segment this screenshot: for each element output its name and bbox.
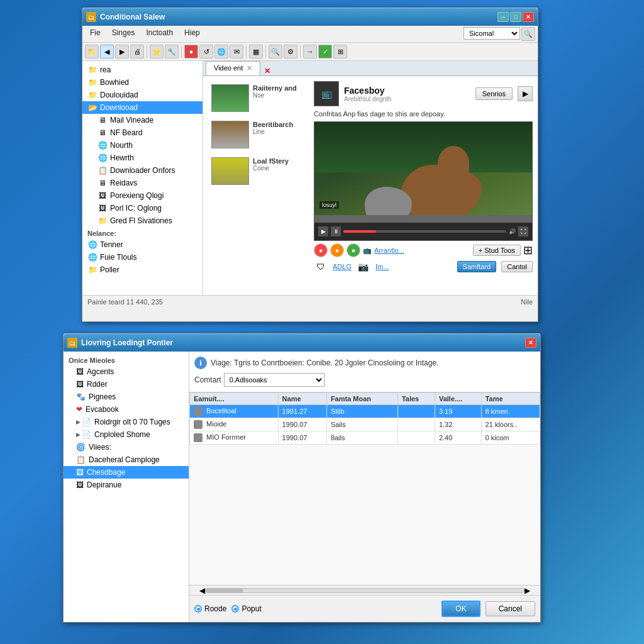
table-row-2[interactable]: MIO Forrmer 1990.07 8ails 2.40 0 kicom (190, 431, 540, 445)
tree-item-hewrth[interactable]: 🌐 Hewrth (82, 152, 203, 164)
scroll-left-arrow[interactable]: ◀ (199, 586, 205, 595)
close-button-1[interactable]: ✕ (523, 12, 534, 22)
grid-icon[interactable]: ▦ (249, 45, 263, 58)
mail-icon[interactable]: ✉ (230, 45, 243, 58)
w2-item-cnploled[interactable]: ▶ 📄 Cnploled Shome (64, 428, 189, 441)
tab-video-ent[interactable]: Video ent ✕ (206, 61, 260, 75)
search-toolbar-icon[interactable]: 🔍 (521, 27, 535, 41)
close-button-2[interactable]: ✕ (525, 338, 536, 348)
tree-item-fuie[interactable]: 🌐 Fuie Tlouls (82, 251, 203, 264)
maximize-button-1[interactable]: □ (510, 12, 521, 22)
minimize-button-1[interactable]: ─ (497, 12, 509, 22)
video-item-0[interactable]: Raiiterny and Noe (208, 81, 309, 115)
tree-item-bowhied[interactable]: 📁 Bowhied (82, 76, 203, 89)
red-circle-icon[interactable]: ● (184, 45, 198, 58)
extra-icon[interactable]: ⊞ (333, 45, 347, 58)
scrollbar-thumb[interactable] (206, 589, 243, 592)
action-icon-red[interactable]: ● (314, 243, 328, 257)
table-row-0[interactable]: Bucelitoal 1991.27 Stlib 3.19 8 kmen (190, 405, 540, 418)
adlg-link[interactable]: ADLG (333, 263, 352, 270)
sicomal-dropdown[interactable]: Sicomal (464, 27, 520, 40)
col-tame[interactable]: Tame (481, 393, 540, 405)
scrollbar-track[interactable] (205, 588, 525, 593)
scroll-right-arrow[interactable]: ▶ (525, 586, 530, 595)
tree-item-porl[interactable]: 🖼 Porl IC: Oglong (82, 202, 203, 214)
refresh-icon[interactable]: ↺ (199, 45, 213, 58)
video-item-1[interactable]: Beeritibarch Line (208, 118, 309, 152)
w2-item-depiranue[interactable]: 🖼 Depiranue (64, 479, 189, 491)
folder-icon[interactable]: 📁 (85, 45, 99, 58)
col-name[interactable]: Name (278, 393, 326, 405)
tree-item-downloader[interactable]: 📋 Downloader Onfors (82, 164, 203, 177)
tab-close-btn[interactable]: ✕ (247, 64, 252, 72)
w2-item-viiees[interactable]: 🌀 Viiees: (64, 441, 189, 453)
cell-2-2: 8ails (326, 431, 397, 445)
col-valle[interactable]: Valle.... (435, 393, 481, 405)
w2-contact-dropdown[interactable]: 0.Adlsooaks (224, 373, 325, 387)
stud-toos-button[interactable]: + Stud Toos (473, 245, 521, 256)
menu-inctoath[interactable]: Inctoath (141, 27, 178, 41)
forward-icon[interactable]: ▶ (115, 45, 129, 58)
menu-singes[interactable]: Singes (107, 27, 140, 41)
nav-arrow-right[interactable]: ▶ (518, 86, 533, 101)
settings-icon[interactable]: ⚙ (284, 45, 297, 58)
w2-item-rdder[interactable]: 🖼 Rdder (64, 378, 189, 391)
back-icon[interactable]: ◀ (100, 45, 114, 58)
w2-item-agcents[interactable]: 🖼 Agcents (64, 365, 189, 378)
menu-fie[interactable]: Fie (85, 27, 106, 41)
tree-item-nourth[interactable]: 🌐 Nourth (82, 139, 203, 152)
w2-item-pignees[interactable]: 🐾 Pignees (64, 391, 189, 403)
tree-item-downlooad[interactable]: 📂 Downlooad (82, 101, 203, 114)
globe-icon[interactable]: 🌐 (214, 45, 228, 58)
in-link[interactable]: Im... (375, 263, 389, 270)
print-icon[interactable]: 🖨 (130, 45, 144, 58)
subscribe-button[interactable]: Senrios (475, 87, 513, 100)
tree-item-mail[interactable]: 🖥 Mail Vineade (82, 114, 203, 126)
folder-icon-poller: 📁 (87, 265, 97, 275)
tree-item-rea[interactable]: 📁 rea (82, 64, 203, 76)
w2-item-chesdbage[interactable]: 🖼 Chesdbage (64, 466, 189, 479)
tree-item-reidavs[interactable]: 🖥 Reidavs (82, 177, 203, 189)
pause-button[interactable]: ⏸ (331, 226, 341, 236)
w2-icon-agcents: 🖼 (76, 367, 84, 376)
progress-bar[interactable] (343, 230, 506, 233)
table-row-1[interactable]: Mioide 1990.07 Sails 1.32 21 kloors.. (190, 418, 540, 431)
action-icon-orange[interactable]: ● (330, 243, 344, 257)
tree-item-nf-beard[interactable]: 🖥 NF Beard (82, 126, 203, 139)
col-eamuit[interactable]: Eamuit.... (190, 393, 279, 405)
tree-item-porexieng[interactable]: 🖼 Porexieng Qlogi (82, 189, 203, 202)
arrow-icon[interactable]: → (303, 45, 317, 58)
radio-roode[interactable] (194, 605, 202, 613)
action-icon-green[interactable]: ● (347, 243, 360, 257)
col-famta[interactable]: Famta Moan (326, 393, 397, 405)
tree-item-gred[interactable]: 📁 Gred Fl Sivationes (82, 214, 203, 227)
zoom-icon[interactable]: 🔍 (269, 45, 282, 58)
cancel-button-w2[interactable]: Cancel (486, 601, 535, 616)
fullscreen-button[interactable]: ⛶ (518, 226, 528, 236)
menu-hiep[interactable]: Hiep (179, 27, 205, 41)
tools-icon[interactable]: 🔧 (165, 45, 179, 58)
video-actions2: 🛡 ADLG 📷 Im... Samftard Cantol (314, 260, 533, 274)
action-link-arrantlo[interactable]: Arrantlo... (374, 247, 404, 254)
col-tales[interactable]: Tales (397, 393, 435, 405)
play-button[interactable]: ▶ (318, 226, 328, 236)
row-icon-2 (194, 433, 203, 442)
tree-item-tenner[interactable]: 🌐 Tenner (82, 238, 203, 251)
w2-item-evcabook[interactable]: ❤ Evcabook (64, 403, 189, 416)
cell-0-0: Bucelitoal (190, 405, 279, 418)
samftard-button[interactable]: Samftard (457, 261, 497, 272)
cantol-button[interactable]: Cantol (501, 261, 533, 272)
w2-item-daceheral[interactable]: 📋 Daceheral Camploge (64, 453, 189, 466)
ok-button[interactable]: OK (441, 601, 480, 617)
check-icon[interactable]: ✓ (318, 45, 332, 58)
star-icon[interactable]: ⭐ (150, 45, 164, 58)
radio-poput[interactable] (231, 605, 239, 613)
add-tab-button[interactable]: ✕ (264, 67, 270, 75)
video-trees (314, 122, 532, 172)
tree-item-doulouidad[interactable]: 📁 Doulouidad (82, 89, 203, 101)
tree-item-poller[interactable]: 📁 Poller (82, 264, 203, 276)
video-item-2[interactable]: Loal fStery Coine (208, 154, 309, 188)
w2-item-roidrgir[interactable]: ▶ 📄 Roidrgir olt 0 70 Tuges (64, 416, 189, 428)
cell-0-2: Stlib (326, 405, 397, 418)
folder-icon-doulouidad: 📁 (87, 90, 97, 100)
